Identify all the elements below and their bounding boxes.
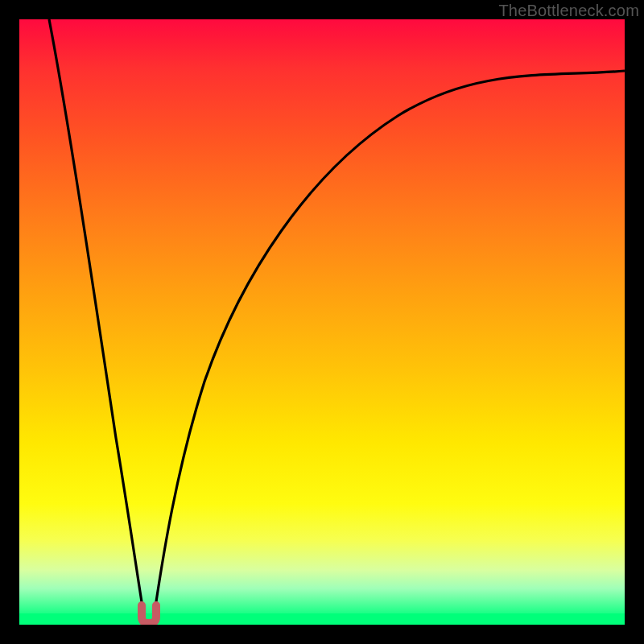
watermark-text: TheBottleneck.com — [498, 2, 639, 20]
bottleneck-curve — [19, 19, 625, 625]
curve-right-branch — [155, 71, 625, 607]
curve-left-branch — [49, 19, 142, 607]
plot-area — [19, 19, 625, 625]
valley-marker-icon — [142, 605, 156, 623]
chart-frame: TheBottleneck.com — [0, 0, 644, 644]
